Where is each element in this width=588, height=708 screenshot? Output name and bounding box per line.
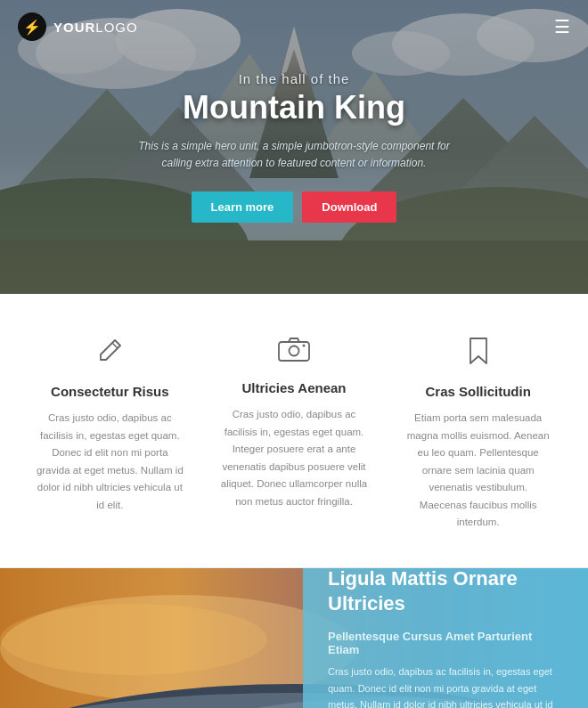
hamburger-menu[interactable]: ☰	[554, 18, 570, 36]
logo: ⚡ YOURLOGO	[18, 12, 138, 41]
feature-item-1: Consectetur Risus Cras justo odio, dapib…	[27, 337, 193, 532]
promo-subtitle: Pellentesque Cursus Amet Parturient Etia…	[328, 630, 563, 656]
feature-title-1: Consectetur Risus	[36, 384, 184, 399]
pencil-icon	[36, 337, 184, 371]
hero-section: ⚡ YOURLOGO ☰ In the hall of the Mountain…	[0, 0, 588, 294]
feature-item-2: Ultricies Aenean Cras justo odio, dapibu…	[211, 337, 378, 532]
svg-point-22	[303, 345, 306, 347]
bookmark-icon	[404, 337, 552, 371]
camera-icon	[220, 337, 369, 368]
feature-text-1: Cras justo odio, dapibus ac facilisis in…	[36, 410, 184, 514]
svg-line-19	[112, 343, 118, 348]
promo-text: Cras justo odio, dapibus ac facilisis in…	[328, 663, 563, 708]
navbar: ⚡ YOURLOGO ☰	[0, 0, 588, 53]
hero-subtitle: In the hall of the	[239, 71, 350, 86]
download-button[interactable]: Download	[302, 191, 396, 223]
promo-content: Ligula Mattis Ornare Ultricies Pellentes…	[303, 568, 588, 708]
promo-title: Ligula Mattis Ornare Ultricies	[328, 568, 563, 617]
logo-icon: ⚡	[18, 12, 46, 41]
feature-title-3: Cras Sollicitudin	[404, 384, 552, 399]
promo-section: Ligula Mattis Ornare Ultricies Pellentes…	[0, 568, 588, 708]
hero-buttons: Learn more Download	[192, 191, 397, 223]
learn-more-button[interactable]: Learn more	[192, 191, 294, 223]
hero-title: Mountain King	[183, 90, 405, 126]
features-section: Consectetur Risus Cras justo odio, dapib…	[0, 294, 588, 567]
feature-text-2: Cras justo odio, dapibus ac facilisis in…	[220, 406, 369, 510]
logo-text: YOURLOGO	[53, 20, 138, 35]
promo-image-area	[0, 568, 303, 708]
hero-description: This is a simple hero unit, a simple jum…	[125, 138, 463, 172]
feature-item-3: Cras Sollicitudin Etiam porta sem malesu…	[395, 337, 561, 532]
svg-point-21	[290, 346, 299, 356]
feature-text-3: Etiam porta sem malesuada magna mollis e…	[404, 410, 552, 532]
feature-title-2: Ultricies Aenean	[220, 380, 369, 395]
